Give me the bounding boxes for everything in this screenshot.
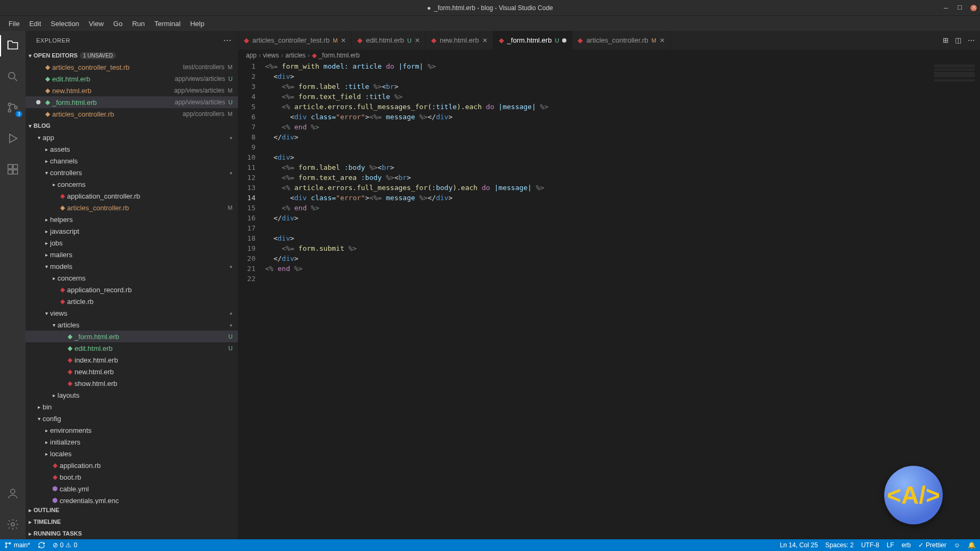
close-icon[interactable]: ✕: [970, 5, 977, 11]
open-editor-item[interactable]: ◆articles_controller.rbapp/controllersM: [26, 108, 238, 120]
code-line[interactable]: [265, 274, 932, 284]
code-line[interactable]: <div class="error"><%= message %></div>: [265, 112, 932, 122]
sync-icon[interactable]: [38, 541, 45, 549]
tree-folder[interactable]: ▸initializers: [26, 436, 238, 448]
editor-tab[interactable]: ◆edit.html.erbU✕: [352, 31, 426, 50]
language-indicator[interactable]: erb: [902, 541, 911, 549]
running-tasks-header[interactable]: ▸ RUNNING TASKS: [26, 528, 238, 539]
notifications-icon[interactable]: 🔔: [968, 541, 976, 549]
menu-view[interactable]: View: [85, 18, 108, 30]
tree-file[interactable]: ◆new.html.erb: [26, 366, 238, 377]
tree-folder[interactable]: ▸bin: [26, 401, 238, 413]
close-icon[interactable]: ✕: [341, 37, 346, 44]
more-actions-icon[interactable]: ⋯: [223, 35, 232, 45]
tree-file[interactable]: ◆_form.html.erbU: [26, 331, 238, 342]
search-icon[interactable]: [0, 66, 26, 87]
breadcrumb-segment[interactable]: app: [246, 52, 257, 59]
code-line[interactable]: <%= form.text_field :title %>: [265, 92, 932, 102]
code-line[interactable]: <div>: [265, 71, 932, 81]
tree-folder[interactable]: ▸locales: [26, 448, 238, 459]
close-icon[interactable]: ✕: [415, 37, 420, 44]
editor-tab[interactable]: ◆new.html.erb✕: [426, 31, 493, 50]
menu-go[interactable]: Go: [109, 18, 127, 30]
code-line[interactable]: [265, 142, 932, 152]
editor-body[interactable]: 12345678910111213141516171819202122 <%= …: [238, 61, 980, 539]
code-line[interactable]: <%= form.text_area :body %><br>: [265, 172, 932, 183]
tree-folder[interactable]: ▸channels: [26, 155, 238, 167]
open-editor-item[interactable]: ◆new.html.erbapp/views/articlesM: [26, 85, 238, 96]
code-line[interactable]: <% end %>: [265, 264, 932, 274]
menu-terminal[interactable]: Terminal: [150, 18, 185, 30]
menu-run[interactable]: Run: [128, 18, 149, 30]
tree-folder[interactable]: ▾models●: [26, 260, 238, 272]
close-icon[interactable]: ✕: [660, 37, 665, 44]
code-line[interactable]: <div>: [265, 233, 932, 243]
split-icon[interactable]: ◫: [955, 36, 961, 44]
tree-folder[interactable]: ▸concerns: [26, 178, 238, 190]
encoding-indicator[interactable]: UTF-8: [861, 541, 879, 549]
breadcrumb[interactable]: app›views›articles›◆ _form.html.erb: [238, 50, 980, 61]
code-line[interactable]: <%= form_with model: article do |form| %…: [265, 61, 932, 71]
tree-folder[interactable]: ▸concerns: [26, 272, 238, 284]
tree-file[interactable]: ◆article.rb: [26, 295, 238, 307]
compare-icon[interactable]: ⊞: [943, 36, 949, 44]
code-line[interactable]: <%= form.label :body %><br>: [265, 162, 932, 172]
code-line[interactable]: </div>: [265, 253, 932, 264]
breadcrumb-segment[interactable]: ◆ _form.html.erb: [312, 52, 360, 59]
tree-file[interactable]: ◆application_record.rb: [26, 284, 238, 295]
tree-folder[interactable]: ▸jobs: [26, 237, 238, 249]
tree-file[interactable]: ◆show.html.erb: [26, 377, 238, 389]
project-header[interactable]: ▾ BLOG: [26, 120, 238, 131]
cursor-position[interactable]: Ln 14, Col 25: [780, 541, 818, 549]
menu-edit[interactable]: Edit: [25, 18, 45, 30]
open-editors-header[interactable]: ▾ OPEN EDITORS 1 UNSAVED: [26, 50, 238, 61]
code-line[interactable]: <div class="error"><%= message %></div>: [265, 193, 932, 203]
code-line[interactable]: <% article.errors.full_messages_for(:tit…: [265, 102, 932, 112]
eol-indicator[interactable]: LF: [887, 541, 894, 549]
open-editor-item[interactable]: ◆_form.html.erbapp/views/articlesU: [26, 96, 238, 108]
code-line[interactable]: <div>: [265, 152, 932, 162]
code-content[interactable]: <%= form_with model: article do |form| %…: [265, 61, 932, 539]
maximize-icon[interactable]: ☐: [957, 5, 963, 11]
tree-folder[interactable]: ▸javascript: [26, 225, 238, 237]
feedback-icon[interactable]: ☺: [954, 541, 960, 549]
code-line[interactable]: <%= form.label :title %><br>: [265, 81, 932, 92]
tree-folder[interactable]: ▸mailers: [26, 249, 238, 260]
indent-indicator[interactable]: Spaces: 2: [825, 541, 853, 549]
prettier-indicator[interactable]: ✓Prettier: [918, 541, 946, 549]
minimap[interactable]: [932, 61, 980, 539]
tree-file[interactable]: ⬢credentials.yml.enc: [26, 495, 238, 504]
tree-file[interactable]: ◆articles_controller.rbM: [26, 202, 238, 213]
editor-tab[interactable]: ◆articles_controller.rbM✕: [572, 31, 671, 50]
code-line[interactable]: <% end %>: [265, 203, 932, 213]
tree-folder[interactable]: ▾views●: [26, 307, 238, 319]
run-debug-icon[interactable]: [0, 128, 26, 149]
breadcrumb-segment[interactable]: views: [263, 52, 279, 59]
problems-indicator[interactable]: ⊘0 ⚠0: [53, 541, 77, 549]
tree-file[interactable]: ◆application.rb: [26, 459, 238, 471]
tree-folder[interactable]: ▸layouts: [26, 389, 238, 401]
tree-file[interactable]: ◆index.html.erb: [26, 354, 238, 366]
tree-folder[interactable]: ▾config: [26, 413, 238, 424]
editor-tab[interactable]: ◆_form.html.erbU: [493, 31, 573, 50]
extensions-icon[interactable]: [0, 159, 26, 180]
tree-file[interactable]: ◆edit.html.erbU: [26, 342, 238, 354]
timeline-header[interactable]: ▸ TIMELINE: [26, 516, 238, 528]
code-line[interactable]: <%= form.submit %>: [265, 243, 932, 253]
breadcrumb-segment[interactable]: articles: [285, 52, 306, 59]
menu-help[interactable]: Help: [186, 18, 209, 30]
tree-folder[interactable]: ▸assets: [26, 143, 238, 155]
tree-file[interactable]: ◆boot.rb: [26, 471, 238, 483]
settings-gear-icon[interactable]: [0, 514, 26, 535]
code-line[interactable]: <% end %>: [265, 122, 932, 132]
tree-file[interactable]: ⬢cable.yml: [26, 483, 238, 495]
outline-header[interactable]: ▸ OUTLINE: [26, 504, 238, 516]
tree-folder[interactable]: ▸helpers: [26, 213, 238, 225]
explorer-icon[interactable]: [0, 35, 26, 56]
source-control-icon[interactable]: 3: [0, 97, 26, 118]
tree-folder[interactable]: ▾articles●: [26, 319, 238, 331]
tree-folder[interactable]: ▾app●: [26, 131, 238, 143]
tree-folder[interactable]: ▾controllers●: [26, 167, 238, 178]
code-line[interactable]: [265, 223, 932, 233]
code-line[interactable]: </div>: [265, 132, 932, 142]
